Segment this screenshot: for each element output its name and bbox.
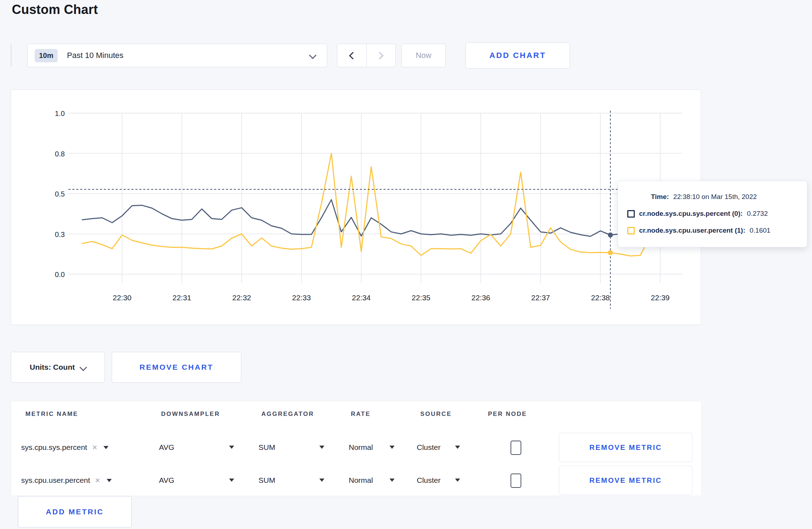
tooltip-series-label: cr.node.sys.cpu.user.percent (1):	[639, 227, 745, 234]
svg-text:0.3: 0.3	[55, 230, 65, 238]
cpu-line-chart[interactable]: 0.00.30.50.81.022:3022:3122:3222:3322:34…	[11, 90, 701, 325]
svg-text:22:39: 22:39	[651, 293, 670, 302]
time-back-button[interactable]	[337, 44, 366, 67]
tooltip-series-label: cr.node.sys.cpu.sys.percent (0):	[639, 210, 743, 218]
svg-text:22:33: 22:33	[292, 293, 311, 302]
remove-chart-button[interactable]: REMOVE CHART	[112, 352, 241, 383]
clear-metric-icon[interactable]: ×	[92, 442, 97, 452]
table-row: sys.cpu.user.percent × AVG SUM Normal Cl…	[11, 466, 701, 495]
downsampler-select[interactable]: AVG	[159, 433, 174, 462]
time-range-label: Past 10 Minutes	[67, 51, 124, 60]
header-rate: RATE	[351, 411, 371, 418]
chart-tooltip: Time: 22:38:10 on Mar 15th, 2022 cr.node…	[618, 181, 807, 247]
caret-down-icon[interactable]	[229, 446, 234, 449]
svg-text:22:38: 22:38	[591, 293, 610, 302]
svg-text:22:35: 22:35	[412, 293, 431, 302]
time-range-select[interactable]: 10m Past 10 Minutes	[27, 44, 327, 67]
page-title: Custom Chart	[12, 2, 98, 17]
caret-down-icon[interactable]	[390, 446, 395, 449]
caret-down-icon[interactable]	[319, 446, 324, 449]
clear-metric-icon[interactable]: ×	[95, 475, 100, 485]
svg-text:0.0: 0.0	[55, 271, 65, 278]
user-series-swatch-icon	[627, 227, 635, 234]
aggregator-select[interactable]: SUM	[258, 466, 275, 495]
header-per-node: PER NODE	[488, 411, 527, 418]
tooltip-series-value: 0.1601	[750, 227, 770, 234]
custom-chart-page: Custom Chart 10m Past 10 Minutes Now ADD…	[0, 0, 812, 529]
time-range-badge: 10m	[35, 49, 58, 62]
units-select[interactable]: Units: Count	[11, 352, 105, 383]
header-metric-name: METRIC NAME	[25, 411, 78, 418]
rate-select[interactable]: Normal	[349, 466, 373, 495]
rate-select[interactable]: Normal	[349, 433, 373, 462]
caret-down-icon[interactable]	[229, 479, 234, 482]
per-node-checkbox[interactable]	[511, 474, 521, 488]
tooltip-time-value: 22:38:10 on Mar 15th, 2022	[673, 193, 757, 201]
caret-down-icon[interactable]	[107, 479, 112, 482]
source-select[interactable]: Cluster	[417, 466, 441, 495]
sys-series-swatch-icon	[627, 210, 635, 218]
tooltip-series-value: 0.2732	[747, 210, 768, 218]
svg-text:22:34: 22:34	[352, 293, 371, 302]
caret-down-icon[interactable]	[455, 446, 460, 449]
remove-metric-button[interactable]: REMOVE METRIC	[559, 466, 692, 495]
metric-name-select[interactable]: sys.cpu.user.percent ×	[21, 466, 112, 495]
now-button[interactable]: Now	[401, 44, 446, 67]
svg-text:0.5: 0.5	[55, 190, 65, 198]
time-nav-group	[337, 44, 396, 67]
add-chart-button[interactable]: ADD CHART	[465, 42, 570, 69]
add-metric-button[interactable]: ADD METRIC	[18, 496, 132, 528]
chevron-left-icon	[349, 52, 357, 59]
aggregator-select[interactable]: SUM	[258, 433, 275, 462]
metrics-table: METRIC NAME DOWNSAMPLER AGGREGATOR RATE …	[11, 401, 702, 496]
tooltip-time-label: Time:	[651, 193, 669, 201]
chevron-right-icon	[376, 52, 383, 59]
caret-down-icon[interactable]	[103, 446, 108, 449]
svg-text:22:30: 22:30	[113, 293, 132, 302]
remove-metric-button[interactable]: REMOVE METRIC	[559, 433, 692, 462]
metric-name-value: sys.cpu.user.percent	[21, 476, 90, 485]
per-node-checkbox[interactable]	[511, 441, 521, 455]
svg-text:22:36: 22:36	[472, 293, 490, 302]
units-label: Units: Count	[30, 363, 75, 372]
chart-card[interactable]: 0.00.30.50.81.022:3022:3122:3222:3322:34…	[11, 89, 701, 325]
svg-text:0.8: 0.8	[55, 150, 65, 158]
chevron-down-icon	[79, 363, 87, 371]
table-row: sys.cpu.sys.percent × AVG SUM Normal Clu…	[11, 433, 701, 462]
caret-down-icon[interactable]	[390, 479, 395, 482]
caret-down-icon[interactable]	[455, 479, 460, 482]
toolbar-divider	[11, 44, 11, 67]
source-select[interactable]: Cluster	[417, 433, 441, 462]
downsampler-select[interactable]: AVG	[159, 466, 174, 495]
svg-text:22:32: 22:32	[232, 293, 251, 302]
caret-down-icon[interactable]	[319, 479, 324, 482]
svg-text:22:37: 22:37	[531, 293, 550, 302]
time-forward-button[interactable]	[366, 44, 396, 67]
svg-text:1.0: 1.0	[55, 110, 65, 117]
chevron-down-icon	[309, 52, 316, 59]
header-downsampler: DOWNSAMPLER	[161, 411, 220, 418]
metric-name-select[interactable]: sys.cpu.sys.percent ×	[21, 433, 108, 462]
svg-text:22:31: 22:31	[173, 293, 192, 302]
header-aggregator: AGGREGATOR	[261, 411, 314, 418]
metric-name-value: sys.cpu.sys.percent	[21, 443, 87, 452]
header-source: SOURCE	[420, 411, 452, 418]
